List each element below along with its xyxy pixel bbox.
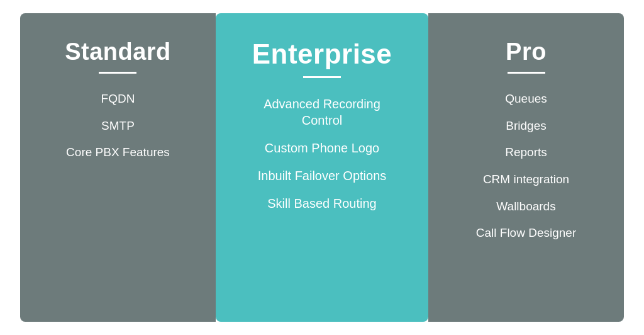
pro-feature-call-flow-designer: Call Flow Designer [476,225,576,241]
enterprise-plan-card: Enterprise Advanced RecordingControl Cus… [216,13,428,322]
pro-feature-bridges: Bridges [506,118,546,134]
pro-feature-reports: Reports [505,145,547,161]
pro-plan-title: Pro [506,38,547,65]
standard-feature-smtp: SMTP [101,118,135,134]
standard-plan-card: Standard FQDN SMTP Core PBX Features [20,13,216,322]
enterprise-feature-skill-based-routing: Skill Based Routing [267,195,376,212]
enterprise-plan-title: Enterprise [252,38,392,70]
pricing-container: Standard FQDN SMTP Core PBX Features Ent… [20,13,624,322]
standard-features-list: FQDN SMTP Core PBX Features [33,91,203,161]
enterprise-feature-inbuilt-failover: Inbuilt Failover Options [258,168,387,184]
pro-feature-crm-integration: CRM integration [483,172,569,188]
standard-plan-title: Standard [65,38,171,65]
pro-divider [508,72,545,74]
pro-plan-card: Pro Queues Bridges Reports CRM integrati… [428,13,624,322]
standard-feature-fqdn: FQDN [101,91,135,107]
enterprise-feature-advanced-recording: Advanced RecordingControl [264,96,380,128]
pro-feature-queues: Queues [505,91,547,107]
enterprise-divider [303,76,341,78]
standard-divider [99,72,136,74]
enterprise-feature-custom-phone-logo: Custom Phone Logo [265,140,379,156]
standard-feature-core-pbx: Core PBX Features [66,145,170,161]
pro-feature-wallboards: Wallboards [496,199,555,215]
enterprise-features-list: Advanced RecordingControl Custom Phone L… [228,96,416,212]
pro-features-list: Queues Bridges Reports CRM integration W… [441,91,611,241]
